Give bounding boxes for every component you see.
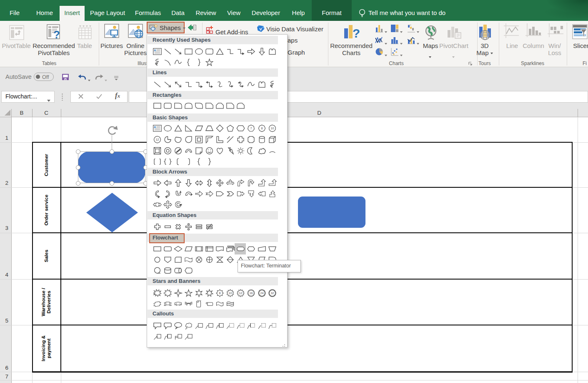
- svg-text:12: 12: [155, 138, 159, 141]
- svg-text:8: 8: [261, 127, 263, 130]
- svg-text:V: V: [259, 27, 262, 31]
- svg-text:12: 12: [239, 292, 243, 295]
- svg-text:?: ?: [353, 26, 360, 40]
- svg-text:?: ?: [53, 28, 60, 40]
- svg-text:24: 24: [260, 292, 263, 295]
- svg-text:A: A: [154, 48, 156, 52]
- svg-text:10: 10: [229, 292, 232, 295]
- svg-text:A: A: [154, 125, 156, 129]
- svg-text:16: 16: [250, 292, 253, 295]
- svg-text:32: 32: [270, 292, 274, 295]
- svg-text:10: 10: [270, 127, 274, 130]
- svg-text:8: 8: [219, 292, 221, 295]
- svg-text:7: 7: [250, 127, 252, 130]
